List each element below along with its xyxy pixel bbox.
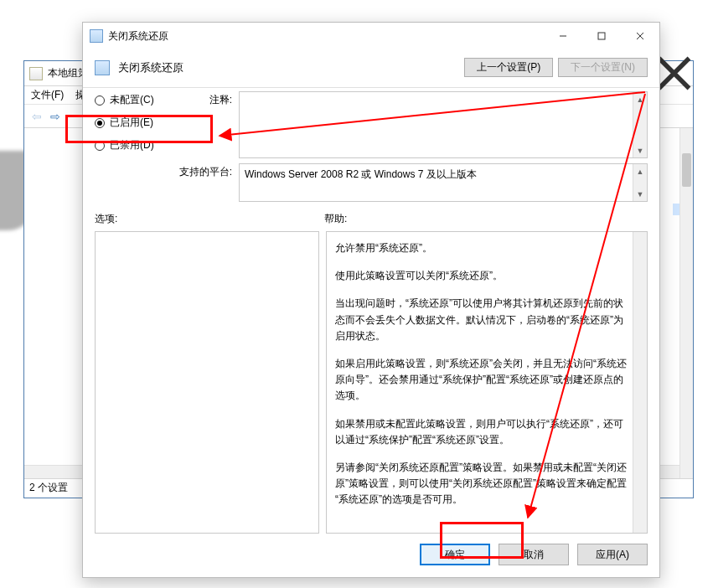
options-label: 选项:	[95, 212, 324, 226]
policy-dialog: 关闭系统还原 关闭系统还原 上一个设置(P) 下一个设置(N) 未配置(C) 已…	[82, 22, 660, 578]
dialog-header-title: 关闭系统还原	[118, 60, 183, 75]
comment-textbox[interactable]: ▲ ▼	[239, 91, 648, 158]
dialog-titlebar[interactable]: 关闭系统还原	[83, 23, 659, 49]
radio-group: 未配置(C) 已启用(E) 已禁用(D)	[95, 91, 167, 158]
dialog-body: 未配置(C) 已启用(E) 已禁用(D) 注释: ▲ ▼	[83, 88, 659, 534]
apply-button[interactable]: 应用(A)	[577, 544, 648, 565]
maximize-button[interactable]	[582, 23, 621, 49]
radio-icon	[95, 141, 105, 151]
menu-file[interactable]: 文件(F)	[31, 88, 64, 102]
ok-button[interactable]: 确定	[420, 544, 490, 565]
radio-icon	[95, 118, 105, 128]
window-controls	[544, 23, 659, 49]
next-setting-button: 下一个设置(N)	[558, 58, 648, 77]
scroll-down-icon[interactable]: ▼	[633, 187, 647, 201]
help-label: 帮助:	[324, 212, 347, 226]
help-panel: 允许禁用“系统还原”。 使用此策略设置可以关闭“系统还原”。 当出现问题时，“系…	[326, 231, 648, 534]
scroll-up-icon[interactable]: ▲	[633, 92, 647, 106]
comment-label: 注释:	[173, 91, 232, 158]
platform-scrollbar[interactable]: ▲ ▼	[633, 164, 647, 201]
cancel-button[interactable]: 取消	[499, 544, 569, 565]
parent-close-button[interactable]	[655, 61, 693, 85]
platform-textbox: Windows Server 2008 R2 或 Windows 7 及以上版本…	[239, 163, 648, 202]
policy-icon	[90, 29, 103, 43]
scroll-up-icon[interactable]: ▲	[633, 164, 647, 178]
svg-rect-0	[598, 33, 605, 39]
scroll-down-icon[interactable]: ▼	[633, 143, 647, 157]
back-icon[interactable]: ⇦	[29, 109, 44, 124]
radio-label: 已启用(E)	[110, 116, 153, 130]
radio-enabled[interactable]: 已启用(E)	[95, 116, 167, 130]
minimize-button[interactable]	[544, 23, 582, 49]
radio-disabled[interactable]: 已禁用(D)	[95, 138, 167, 152]
close-button[interactable]	[621, 23, 659, 49]
dialog-header: 关闭系统还原 上一个设置(P) 下一个设置(N)	[83, 49, 659, 88]
radio-not-configured[interactable]: 未配置(C)	[95, 93, 167, 107]
parent-vscrollbar[interactable]	[679, 128, 693, 478]
policy-header-icon	[95, 60, 110, 75]
forward-icon[interactable]: ⇨	[48, 109, 63, 124]
radio-label: 已禁用(D)	[110, 138, 154, 152]
status-text: 2 个设置	[29, 481, 68, 495]
document-icon	[29, 67, 43, 80]
radio-label: 未配置(C)	[110, 93, 154, 107]
platform-label: 支持的平台:	[173, 163, 232, 202]
radio-icon	[95, 95, 105, 106]
help-text: 允许禁用“系统还原”。 使用此策略设置可以关闭“系统还原”。 当出现问题时，“系…	[335, 240, 627, 508]
previous-setting-button[interactable]: 上一个设置(P)	[464, 58, 553, 77]
platform-text: Windows Server 2008 R2 或 Windows 7 及以上版本	[245, 168, 477, 180]
dialog-buttons: 确定 取消 应用(A)	[83, 534, 659, 577]
dialog-window-title: 关闭系统还原	[108, 29, 168, 44]
help-scrollbar[interactable]	[633, 232, 647, 533]
comment-scrollbar[interactable]: ▲ ▼	[633, 92, 647, 157]
options-panel	[95, 231, 319, 534]
